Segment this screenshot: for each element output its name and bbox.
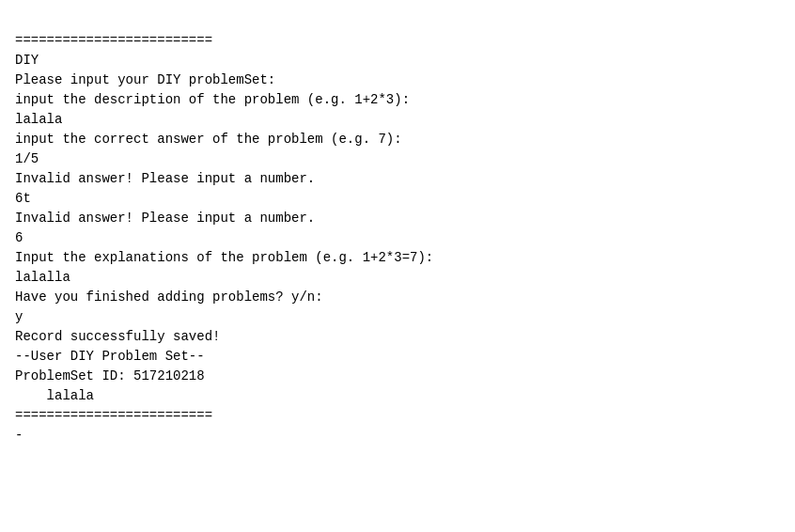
terminal-line-7: Invalid answer! Please input a number. <box>15 169 780 189</box>
terminal-line-11: Input the explanations of the problem (e… <box>15 248 780 268</box>
terminal-line-17: ProblemSet ID: 517210218 <box>15 367 780 386</box>
terminal-line-14: y <box>15 307 780 327</box>
terminal-line-5: input the correct answer of the problem … <box>15 130 780 149</box>
terminal-line-15: Record successfully saved! <box>15 327 780 347</box>
terminal-line-8: 6t <box>15 189 780 209</box>
terminal-line-0: ========================= <box>15 31 780 51</box>
terminal-line-4: lalala <box>15 110 780 130</box>
terminal-line-12: lalalla <box>15 268 780 288</box>
terminal-line-1: DIY <box>15 51 780 70</box>
terminal-line-20: - <box>15 426 780 446</box>
terminal-line-6: 1/5 <box>15 149 780 169</box>
terminal-line-13: Have you finished adding problems? y/n: <box>15 288 780 307</box>
terminal-line-16: --User DIY Problem Set-- <box>15 347 780 367</box>
terminal-line-2: Please input your DIY problemSet: <box>15 70 780 90</box>
terminal-line-18: lalala <box>15 386 780 406</box>
terminal-line-3: input the description of the problem (e.… <box>15 90 780 110</box>
terminal-line-19: ========================= <box>15 406 780 426</box>
terminal-line-9: Invalid answer! Please input a number. <box>15 209 780 228</box>
terminal-line-10: 6 <box>15 228 780 248</box>
terminal-output: =========================DIYPlease input… <box>15 11 780 446</box>
